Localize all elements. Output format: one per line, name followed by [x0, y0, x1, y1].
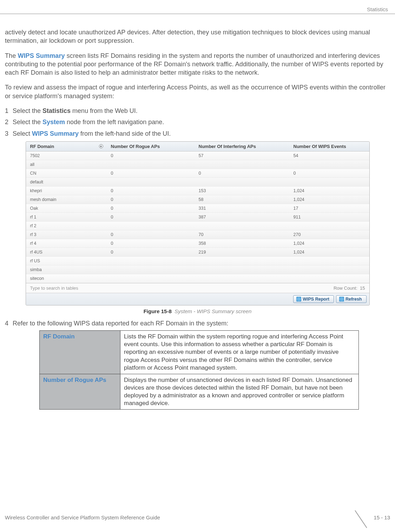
col-header-domain[interactable]: RF Domain ▲ — [26, 142, 107, 151]
cell-rogue — [107, 180, 195, 184]
cell-events: 1,024 — [289, 195, 369, 204]
table-row[interactable]: rf 4US02191,024 — [26, 248, 369, 257]
cell-rogue: 0 — [107, 169, 195, 178]
field-description-table: RF Domain Lists the RF Domain within the… — [39, 330, 359, 410]
table-row[interactable]: rf 3070270 — [26, 230, 369, 239]
step-3: 3 Select WIPS Summary from the left-hand… — [5, 129, 390, 138]
cell-interfering: 331 — [195, 204, 289, 213]
cell-events — [289, 259, 369, 263]
paragraph-intro3: To review and assess the impact of rogue… — [5, 83, 390, 100]
cell-rogue: 0 — [107, 230, 195, 239]
p2-prefix: The — [5, 52, 18, 59]
cell-rogue: 0 — [107, 213, 195, 222]
cell-events — [289, 180, 369, 184]
step-num: 1 — [5, 107, 8, 115]
cell-interfering: 358 — [195, 239, 289, 248]
refresh-button[interactable]: Refresh — [336, 295, 367, 303]
cell-events — [289, 268, 369, 272]
table-row[interactable]: khepri01531,024 — [26, 187, 369, 195]
cell-interfering — [195, 224, 289, 228]
cell-domain: khepri — [26, 186, 107, 195]
table-row[interactable]: sitecon — [26, 274, 369, 283]
col-header-rogue[interactable]: Number Of Rogue APs — [107, 142, 195, 151]
wips-summary-screenshot: RF Domain ▲ Number Of Rogue APs Number O… — [26, 141, 370, 305]
col-header-interfering[interactable]: Number Of Interfering APs — [195, 142, 289, 151]
figure-label: Figure 15-8 — [144, 308, 172, 314]
col-header-domain-label: RF Domain — [30, 144, 54, 149]
cell-interfering: 219 — [195, 248, 289, 257]
cell-events: 911 — [289, 213, 369, 222]
table-row[interactable]: Oak033117 — [26, 204, 369, 213]
step-2: 2 Select the System node from the left n… — [5, 118, 390, 126]
wips-report-button[interactable]: WIPS Report — [293, 295, 334, 303]
row-count-label: Row Count: — [334, 285, 357, 291]
cell-domain: CN — [26, 169, 107, 178]
cell-interfering — [195, 276, 289, 281]
table-header: RF Domain ▲ Number Of Rogue APs Number O… — [26, 142, 369, 151]
cell-interfering: 57 — [195, 151, 289, 160]
step-bold: System — [42, 119, 65, 126]
table-row[interactable]: all — [26, 160, 369, 169]
cell-interfering — [195, 259, 289, 263]
cell-interfering: 153 — [195, 186, 289, 195]
figure-title: System - WIPS Summary screen — [175, 308, 251, 314]
cell-rogue — [107, 268, 195, 272]
cell-events: 1,024 — [289, 239, 369, 248]
table-footer-search: Type to search in tables Row Count: 15 — [26, 283, 369, 293]
cell-domain: Oak — [26, 204, 107, 213]
col-header-events[interactable]: Number Of WIPS Events — [289, 142, 369, 151]
desc-key-rogue: Number of Rogue APs — [40, 374, 120, 409]
screenshot-container: RF Domain ▲ Number Of Rogue APs Number O… — [26, 141, 370, 305]
row-count: Row Count: 15 — [334, 285, 365, 291]
cell-rogue: 0 — [107, 186, 195, 195]
step-text-pre: Select — [13, 130, 32, 137]
page-footer: Wireless Controller and Service Platform… — [5, 510, 390, 524]
desc-val-rfdomain: Lists the RF Domain within the system re… — [120, 331, 359, 374]
page-section-header: Statistics — [0, 0, 395, 14]
cell-rogue — [107, 224, 195, 228]
refresh-button-label: Refresh — [345, 297, 362, 302]
table-row[interactable]: simba — [26, 265, 369, 274]
paragraph-intro1: actively detect and locate unauthorized … — [5, 28, 390, 45]
cell-interfering: 70 — [195, 230, 289, 239]
table-row[interactable]: rf 403581,024 — [26, 239, 369, 248]
step-text-post: from the left-hand side of the UI. — [79, 130, 171, 137]
cell-events — [289, 224, 369, 228]
cell-rogue: 0 — [107, 151, 195, 160]
step-text-post: menu from the Web UI. — [71, 107, 138, 114]
cell-rogue — [107, 276, 195, 281]
step-text-post: node from the left navigation pane. — [65, 119, 164, 126]
page-content: actively detect and locate unauthorized … — [0, 28, 395, 410]
cell-domain: all — [26, 160, 107, 169]
cell-events — [289, 162, 369, 167]
table-row[interactable]: CN000 — [26, 169, 369, 178]
guide-title: Wireless Controller and Service Platform… — [5, 514, 160, 520]
search-input[interactable]: Type to search in tables — [30, 285, 78, 291]
cell-rogue — [107, 162, 195, 167]
table-row[interactable]: rf US — [26, 257, 369, 265]
sort-asc-icon[interactable]: ▲ — [99, 144, 103, 148]
step-4-text: Refer to the following WIPS data reporte… — [13, 320, 228, 327]
table-row[interactable]: default — [26, 178, 369, 187]
cell-interfering: 0 — [195, 169, 289, 178]
table-row[interactable]: 750205754 — [26, 151, 369, 160]
row-count-value: 15 — [360, 285, 365, 291]
table-row: Number of Rogue APs Displays the number … — [40, 374, 359, 409]
cell-interfering — [195, 162, 289, 167]
desc-val-rogue: Displays the number of unsanctioned devi… — [120, 374, 359, 409]
step-bold: Statistics — [42, 107, 71, 114]
cell-domain: rf 4 — [26, 239, 107, 248]
cell-domain: simba — [26, 265, 107, 274]
cell-domain: mesh domain — [26, 195, 107, 204]
refresh-icon — [339, 297, 344, 302]
step-bold: WIPS Summary — [32, 130, 79, 137]
table-body: 750205754allCN000defaultkhepri01531,024m… — [26, 151, 369, 283]
cell-events: 17 — [289, 204, 369, 213]
table-row[interactable]: mesh domain0581,024 — [26, 195, 369, 204]
table-row[interactable]: rf 10387911 — [26, 213, 369, 222]
cell-rogue: 0 — [107, 239, 195, 248]
cell-interfering — [195, 268, 289, 272]
cell-interfering — [195, 180, 289, 184]
table-row[interactable]: rf 2 — [26, 222, 369, 230]
step-4: 4 Refer to the following WIPS data repor… — [5, 319, 390, 328]
